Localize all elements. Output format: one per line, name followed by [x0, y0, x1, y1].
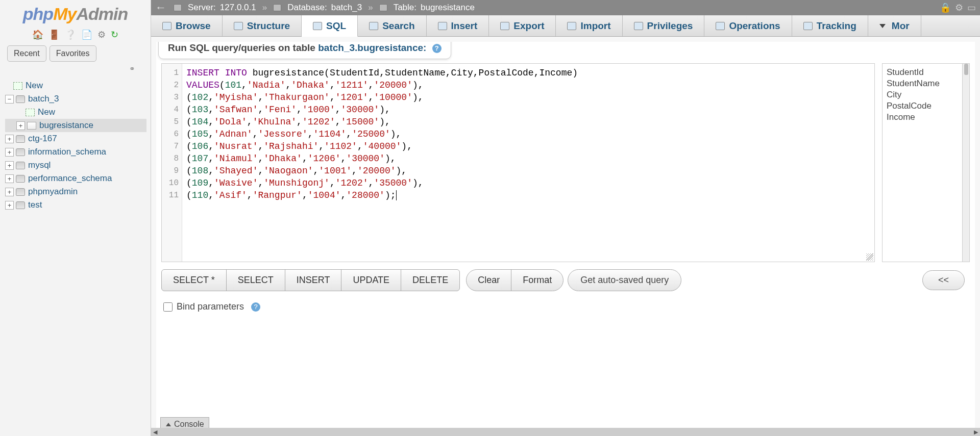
scroll-left-icon[interactable]: ◀: [152, 429, 158, 435]
breadcrumb: ← Server: 127.0.0.1 » Database: batch_3 …: [151, 0, 980, 15]
tab-browse[interactable]: Browse: [151, 15, 223, 36]
select-button[interactable]: SELECT: [227, 270, 285, 291]
bc-server-label: Server:: [188, 3, 216, 13]
column-item[interactable]: City: [887, 89, 965, 100]
expand-toggle[interactable]: +: [5, 201, 14, 210]
db-link[interactable]: information_schema: [28, 147, 106, 157]
bc-db-label: Database:: [287, 3, 327, 13]
tabs: BrowseStructureSQLSearchInsertExportImpo…: [151, 15, 980, 37]
tab-icon: [567, 22, 576, 30]
db-link[interactable]: mysql: [28, 160, 51, 170]
home-icon[interactable]: 🏠: [32, 30, 43, 40]
tab-icon: [234, 22, 243, 30]
help-icon[interactable]: ?: [251, 302, 260, 312]
columns-toggle-button[interactable]: <<: [922, 270, 965, 290]
tab-export[interactable]: Export: [489, 15, 556, 36]
new-table-icon: [26, 109, 35, 116]
settings-icon[interactable]: ⚙: [97, 30, 106, 40]
columns-panel[interactable]: StudentIdStudentNameCityPostalCodeIncome: [882, 63, 970, 262]
lock-icon[interactable]: 🔒: [940, 2, 951, 13]
recent-tab[interactable]: Recent: [7, 45, 46, 62]
db-link[interactable]: phpmyadmin: [28, 187, 78, 197]
sidebar-toolbar: 🏠 🚪 ❔ 📄 ⚙ ↻: [0, 26, 151, 45]
bind-params-checkbox[interactable]: [163, 302, 173, 312]
tab-import[interactable]: Import: [556, 15, 622, 36]
db-batch3[interactable]: batch_3: [28, 94, 59, 104]
collapse-icon[interactable]: ⚭: [0, 65, 151, 76]
resize-handle[interactable]: [866, 253, 873, 261]
favorites-tab[interactable]: Favorites: [50, 45, 96, 62]
gear-icon[interactable]: ⚙: [955, 2, 963, 13]
expand-toggle[interactable]: −: [5, 95, 14, 104]
insert-button[interactable]: INSERT: [285, 270, 342, 291]
expand-toggle[interactable]: +: [5, 135, 14, 143]
exit-icon[interactable]: 🚪: [48, 30, 60, 40]
database-icon: [16, 148, 25, 156]
select-star-button[interactable]: SELECT *: [162, 270, 227, 291]
tab-insert[interactable]: Insert: [427, 15, 489, 36]
tab-structure[interactable]: Structure: [223, 15, 302, 36]
code-area[interactable]: INSERT INTO bugresistance(StudentId,Stud…: [182, 64, 874, 262]
overflow-icon[interactable]: ▭: [967, 2, 976, 13]
column-item[interactable]: StudentId: [887, 67, 965, 78]
table-icon: [379, 4, 387, 11]
new-db-link[interactable]: New: [26, 81, 43, 91]
tab-mor[interactable]: Mor: [868, 15, 921, 36]
bc-db-value[interactable]: batch_3: [331, 3, 362, 13]
tab-icon: [369, 22, 378, 30]
expand-toggle[interactable]: +: [5, 174, 14, 183]
bc-server-value[interactable]: 127.0.0.1: [220, 3, 256, 13]
main: ← Server: 127.0.0.1 » Database: batch_3 …: [151, 0, 980, 436]
database-icon: [16, 162, 25, 169]
tab-icon: [500, 22, 509, 30]
sql-icon[interactable]: 📄: [81, 30, 92, 40]
database-icon: [273, 4, 281, 11]
expand-toggle[interactable]: +: [5, 148, 14, 157]
tab-operations[interactable]: Operations: [704, 15, 792, 36]
logo[interactable]: phpMyAdmin: [0, 0, 151, 26]
tab-icon: [634, 22, 643, 30]
new-table-link[interactable]: New: [38, 107, 55, 117]
new-db-icon: [13, 82, 22, 90]
format-button[interactable]: Format: [511, 270, 563, 291]
table-bugresistance[interactable]: bugresistance: [39, 120, 93, 131]
clear-button[interactable]: Clear: [467, 270, 511, 291]
sidebar: phpMyAdmin 🏠 🚪 ❔ 📄 ⚙ ↻ Recent Favorites …: [0, 0, 151, 436]
delete-button[interactable]: DELETE: [401, 270, 459, 291]
database-icon: [16, 175, 25, 183]
expand-toggle[interactable]: +: [5, 161, 14, 170]
column-item[interactable]: PostalCode: [887, 100, 965, 112]
db-tree: New − batch_3 New + bugresistance +ctg-1…: [0, 76, 151, 215]
help-icon[interactable]: ?: [432, 44, 442, 53]
db-link[interactable]: test: [28, 200, 42, 210]
database-icon: [16, 188, 25, 196]
tab-icon: [313, 22, 322, 30]
update-button[interactable]: UPDATE: [341, 270, 401, 291]
tab-sql[interactable]: SQL: [302, 15, 358, 37]
help-icon[interactable]: ❔: [65, 30, 76, 40]
tab-tracking[interactable]: Tracking: [792, 15, 868, 36]
column-item[interactable]: Income: [887, 112, 965, 123]
content: Run SQL query/queries on table batch_3.b…: [156, 42, 975, 431]
back-button[interactable]: ←: [155, 1, 169, 14]
reload-icon[interactable]: ↻: [111, 30, 118, 40]
column-item[interactable]: StudentName: [887, 78, 965, 89]
line-gutter: 1234567891011: [162, 64, 182, 262]
bc-table-value[interactable]: bugresistance: [421, 3, 475, 13]
scrollbar[interactable]: [962, 64, 969, 262]
scroll-right-icon[interactable]: ▶: [973, 429, 979, 435]
db-link[interactable]: ctg-167: [28, 134, 57, 144]
query-header: Run SQL query/queries on table batch_3.b…: [158, 42, 451, 59]
horizontal-scrollbar[interactable]: ◀ ▶: [151, 428, 980, 436]
tab-privileges[interactable]: Privileges: [623, 15, 705, 36]
tab-search[interactable]: Search: [358, 15, 426, 36]
tab-icon: [716, 22, 725, 30]
tab-icon: [438, 22, 447, 30]
chevron-up-icon: [166, 423, 171, 426]
table-icon: [27, 122, 36, 130]
expand-toggle[interactable]: +: [16, 121, 25, 130]
sql-editor[interactable]: 1234567891011 INSERT INTO bugresistance(…: [161, 63, 875, 262]
db-link[interactable]: performance_schema: [28, 173, 112, 184]
auto-saved-button[interactable]: Get auto-saved query: [568, 269, 681, 291]
expand-toggle[interactable]: +: [5, 188, 14, 196]
